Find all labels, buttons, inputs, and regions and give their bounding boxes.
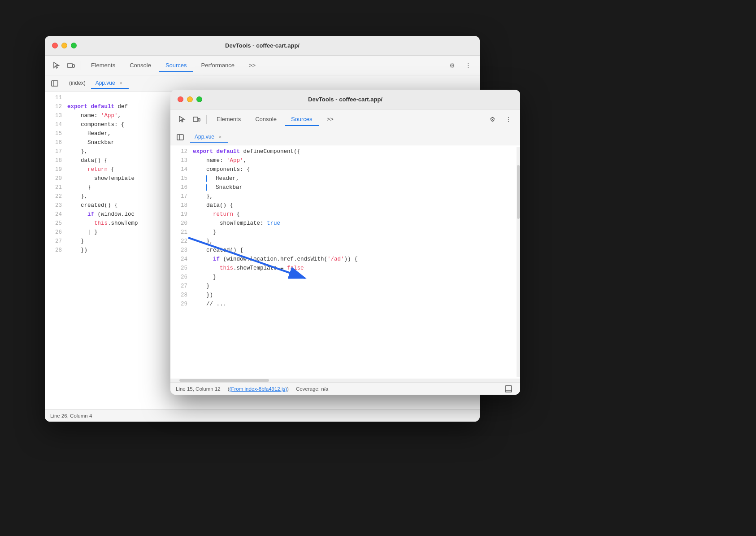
svg-rect-1 (73, 65, 74, 67)
scrollbar-thumb-h-front[interactable] (179, 379, 269, 382)
file-tabs-front: App.vue × (170, 129, 520, 145)
maximize-button-front[interactable] (196, 96, 202, 102)
device-icon-front[interactable] (190, 113, 203, 126)
status-bar-back: Line 26, Column 4 (45, 409, 480, 422)
code-line: // ... (193, 300, 509, 309)
tab-elements-front[interactable]: Elements (210, 113, 247, 126)
line-numbers-back: 11 12 13 14 15 16 17 18 19 20 21 22 23 2… (45, 93, 67, 255)
scrollbar-h-front[interactable] (170, 379, 520, 382)
tab-sources-back[interactable]: Sources (159, 59, 193, 72)
file-tabs-back: (index) App.vue × (45, 75, 480, 92)
status-coverage-front: Coverage: n/a (296, 386, 328, 392)
code-line: Header, (193, 174, 509, 183)
tab-performance-back[interactable]: Performance (195, 59, 241, 72)
code-line: components: { (193, 165, 509, 174)
svg-rect-7 (177, 135, 183, 140)
window-title-back: DevTools - coffee-cart.app/ (225, 42, 300, 49)
window-title-front: DevTools - coffee-cart.app/ (308, 96, 382, 103)
tab-console-back[interactable]: Console (123, 59, 157, 72)
separator-1 (81, 61, 81, 70)
more-icon-back[interactable]: ⋮ (462, 59, 474, 72)
code-line: } (193, 273, 509, 282)
code-line: }, (193, 237, 509, 246)
code-line: data() { (193, 201, 509, 210)
scrollbar-front[interactable] (517, 147, 520, 377)
code-line: } (193, 282, 509, 291)
traffic-lights-back (52, 43, 77, 48)
toolbar-front: Elements Console Sources >> ⚙ ⋮ (170, 109, 520, 129)
gear-icon-front[interactable]: ⚙ (486, 113, 499, 126)
console-drawer-icon[interactable] (502, 383, 515, 395)
file-tab-close-back[interactable]: × (118, 80, 124, 86)
file-tab-close-front[interactable]: × (217, 134, 223, 140)
tab-more-front[interactable]: >> (321, 113, 340, 126)
tab-elements-back[interactable]: Elements (85, 59, 122, 72)
code-line: name: 'App', (193, 156, 509, 165)
status-bar-front: Line 15, Column 12 ((From index-8bfa4912… (170, 382, 520, 395)
cursor-icon-front[interactable] (176, 113, 188, 126)
code-line: if (window.location.href.endsWith('/ad')… (193, 255, 509, 264)
toolbar-right-back: ⚙ ⋮ (446, 59, 474, 72)
source-link[interactable]: (From index-8bfa4912.js) (230, 386, 287, 392)
code-line: return { (193, 210, 509, 219)
code-line: showTemplate: true (193, 219, 509, 228)
close-button-front[interactable] (178, 96, 183, 102)
close-button[interactable] (52, 43, 58, 48)
code-line: } (193, 228, 509, 237)
svg-rect-5 (193, 117, 198, 122)
cursor-icon[interactable] (50, 59, 63, 72)
sidebar-toggle-front[interactable] (174, 131, 187, 144)
minimize-button[interactable] (61, 43, 67, 48)
tab-more-back[interactable]: >> (243, 59, 262, 72)
code-line: }) (193, 291, 509, 300)
code-lines-front: export default defineComponent({ name: '… (193, 147, 517, 377)
tab-sources-front[interactable]: Sources (285, 113, 319, 126)
sidebar-toggle-back[interactable] (48, 77, 61, 90)
svg-rect-2 (52, 81, 58, 86)
minimize-button-front[interactable] (187, 96, 193, 102)
code-line: }, (193, 192, 509, 201)
more-icon-front[interactable]: ⋮ (502, 113, 515, 126)
file-tab-app-front[interactable]: App.vue × (190, 132, 228, 143)
code-line: Snackbar (193, 183, 509, 192)
line-numbers-front: 12 13 14 15 16 17 18 19 20 21 22 23 24 2… (170, 147, 193, 377)
code-area-front[interactable]: 12 13 14 15 16 17 18 19 20 21 22 23 24 2… (170, 145, 520, 382)
tab-console-front[interactable]: Console (249, 113, 283, 126)
svg-rect-9 (505, 386, 512, 392)
gear-icon-back[interactable]: ⚙ (446, 59, 458, 72)
device-icon[interactable] (65, 59, 77, 72)
status-source-front: ((From index-8bfa4912.js)) (228, 386, 289, 392)
svg-rect-6 (198, 118, 200, 121)
status-position-front: Line 15, Column 12 (176, 386, 221, 392)
code-content-front: 12 13 14 15 16 17 18 19 20 21 22 23 24 2… (170, 145, 520, 379)
separator-front (206, 115, 207, 124)
code-line: created() { (193, 246, 509, 255)
status-bar-right-front (502, 383, 515, 395)
file-tab-index-back[interactable]: (index) (65, 78, 90, 89)
file-tab-app-back[interactable]: App.vue × (91, 78, 129, 89)
maximize-button[interactable] (71, 43, 77, 48)
title-bar-back: DevTools - coffee-cart.app/ (45, 36, 480, 56)
title-bar-front: DevTools - coffee-cart.app/ (170, 90, 520, 109)
code-line: this.showTemplate = false (193, 264, 509, 273)
status-position-back: Line 26, Column 4 (50, 413, 92, 418)
code-line: export default defineComponent({ (193, 147, 509, 156)
scrollbar-thumb-front[interactable] (517, 165, 520, 219)
traffic-lights-front (178, 96, 202, 102)
toolbar-right-front: ⚙ ⋮ (486, 113, 515, 126)
toolbar-back: Elements Console Sources Performance >> … (45, 56, 480, 75)
devtools-window-front: DevTools - coffee-cart.app/ Elements Con… (170, 90, 520, 395)
svg-rect-0 (68, 63, 72, 68)
